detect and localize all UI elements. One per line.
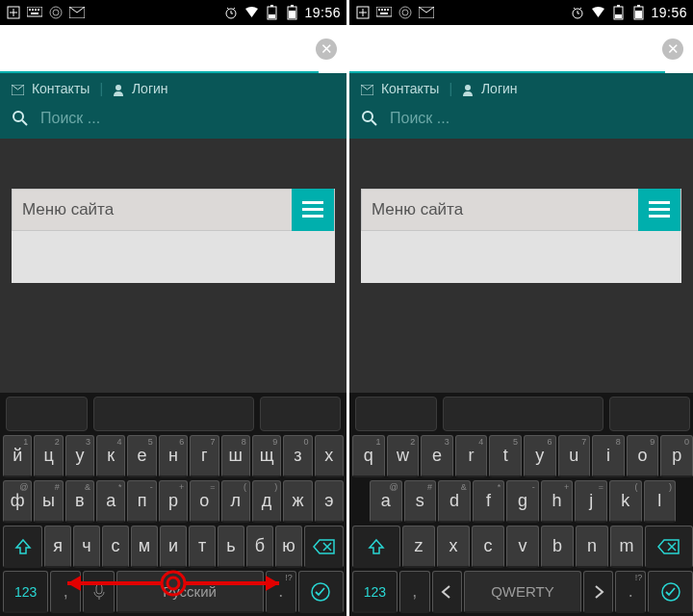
key-х[interactable]: х (315, 435, 344, 477)
search-icon[interactable] (361, 110, 378, 127)
numeric-key[interactable]: 123 (352, 571, 398, 613)
key-i[interactable]: i8 (592, 435, 625, 477)
space-key[interactable]: Русский (116, 571, 264, 613)
key-k[interactable]: k( (609, 480, 642, 523)
svg-rect-37 (380, 13, 388, 14)
svg-rect-52 (649, 208, 670, 211)
key-e[interactable]: e3 (421, 435, 453, 477)
search-input[interactable]: Поиск ... (40, 110, 100, 127)
key-r[interactable]: r4 (455, 435, 488, 477)
key-ф[interactable]: ф@ (3, 480, 32, 523)
address-bar[interactable]: ✕ (0, 25, 346, 73)
key-ж[interactable]: ж (283, 480, 312, 523)
key-э[interactable]: э (315, 480, 344, 523)
key-щ[interactable]: щ9 (252, 435, 281, 477)
key-е[interactable]: е5 (127, 435, 156, 477)
key-и[interactable]: и (160, 526, 187, 568)
key-c[interactable]: c (472, 526, 504, 568)
key-.[interactable]: .!? (615, 571, 646, 613)
address-bar[interactable]: ✕ (349, 25, 693, 73)
key-u[interactable]: u7 (558, 435, 591, 477)
key-о[interactable]: о= (190, 480, 218, 523)
key-n[interactable]: n (576, 526, 608, 568)
shift-key[interactable] (3, 526, 42, 568)
key-a[interactable]: a@ (370, 480, 402, 523)
space-key[interactable]: QWERTY (464, 571, 580, 613)
contacts-link[interactable]: Контакты (12, 81, 90, 96)
key-v[interactable]: v (506, 526, 539, 568)
key-g[interactable]: g- (506, 480, 539, 523)
key-ю[interactable]: ю (275, 526, 302, 568)
key-т[interactable]: т (189, 526, 216, 568)
key-н[interactable]: н6 (159, 435, 188, 477)
key-p[interactable]: p0 (660, 435, 693, 477)
key-m[interactable]: m (610, 526, 643, 568)
shift-key[interactable] (352, 526, 400, 568)
site-menu-bar[interactable]: Меню сайта (361, 189, 681, 231)
key-г[interactable]: г7 (190, 435, 218, 477)
key-,[interactable]: , (50, 571, 81, 613)
backspace-key[interactable] (645, 526, 693, 568)
left-arrow-key[interactable] (432, 571, 463, 613)
key-f[interactable]: f* (473, 480, 505, 523)
search-input[interactable]: Поиск ... (390, 110, 449, 127)
key-м[interactable]: м (131, 526, 158, 568)
suggestion-bar[interactable] (349, 397, 693, 435)
wifi-icon (244, 5, 259, 20)
key-д[interactable]: д) (252, 480, 281, 523)
key-в[interactable]: в& (65, 480, 94, 523)
close-icon[interactable]: ✕ (316, 38, 337, 60)
key-d[interactable]: d& (438, 480, 471, 523)
key-h[interactable]: h+ (541, 480, 574, 523)
search-icon[interactable] (12, 110, 29, 127)
key-я[interactable]: я (44, 526, 71, 568)
key-л[interactable]: л( (221, 480, 250, 523)
key-b[interactable]: b (541, 526, 574, 568)
enter-key[interactable] (648, 571, 693, 613)
hamburger-icon[interactable] (638, 189, 680, 231)
key-z[interactable]: z (402, 526, 435, 568)
key-ч[interactable]: ч (73, 526, 100, 568)
key-,[interactable]: , (399, 571, 430, 613)
svg-rect-34 (381, 9, 383, 11)
key-ц[interactable]: ц2 (34, 435, 63, 477)
login-link[interactable]: Логин (113, 81, 168, 96)
right-arrow-key[interactable] (583, 571, 614, 613)
hamburger-icon[interactable] (292, 189, 334, 231)
key-q[interactable]: q1 (352, 435, 385, 477)
site-menu-bar[interactable]: Меню сайта (12, 189, 335, 231)
key-o[interactable]: o9 (627, 435, 659, 477)
key-x[interactable]: x (437, 526, 470, 568)
svg-rect-35 (384, 9, 386, 11)
key-w[interactable]: w2 (387, 435, 420, 477)
key-р[interactable]: р+ (159, 480, 188, 523)
key-ы[interactable]: ы# (34, 480, 63, 523)
key-у[interactable]: у3 (65, 435, 94, 477)
key-з[interactable]: з0 (283, 435, 312, 477)
key-ш[interactable]: ш8 (221, 435, 250, 477)
key-.[interactable]: .!? (266, 571, 296, 613)
svg-rect-2 (29, 9, 31, 11)
key-t[interactable]: t5 (489, 435, 522, 477)
key-j[interactable]: j= (575, 480, 607, 523)
key-п[interactable]: п- (127, 480, 156, 523)
key-ь[interactable]: ь (218, 526, 244, 568)
key-y[interactable]: y6 (524, 435, 556, 477)
key-й[interactable]: й1 (3, 435, 32, 477)
key-б[interactable]: б (246, 526, 273, 568)
key-к[interactable]: к4 (96, 435, 125, 477)
backspace-key[interactable] (304, 526, 344, 568)
svg-point-19 (13, 112, 23, 121)
numeric-key[interactable]: 123 (3, 571, 48, 613)
key-s[interactable]: s# (404, 480, 437, 523)
close-icon[interactable]: ✕ (662, 38, 683, 60)
key-l[interactable]: l) (644, 480, 677, 523)
contacts-link[interactable]: Контакты (361, 81, 439, 96)
status-bar: 19:56 (0, 0, 346, 25)
key-а[interactable]: а* (96, 480, 125, 523)
suggestion-bar[interactable] (0, 397, 346, 435)
enter-key[interactable] (298, 571, 344, 613)
mic-key[interactable] (83, 571, 114, 613)
login-link[interactable]: Логин (462, 81, 518, 96)
key-с[interactable]: с (102, 526, 129, 568)
